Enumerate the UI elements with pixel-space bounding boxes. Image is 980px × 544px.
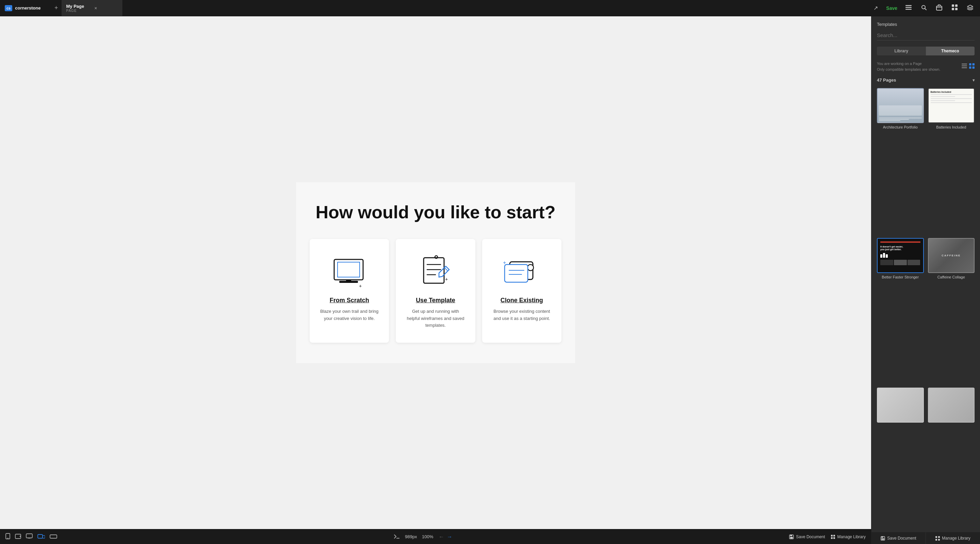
svg-rect-53 (972, 66, 975, 69)
scratch-icon: + (320, 253, 379, 290)
svg-rect-7 (952, 5, 954, 7)
svg-rect-2 (905, 9, 912, 10)
template-arch[interactable]: Architecture Portfolio (877, 88, 924, 234)
nav-arrows: ← → (439, 534, 452, 540)
svg-rect-42 (790, 537, 793, 539)
pages-count: 47 Pages (877, 78, 896, 82)
svg-rect-43 (831, 535, 833, 536)
desktop-icon-button[interactable] (26, 533, 33, 540)
svg-rect-49 (962, 67, 967, 68)
logo-area: cs cornerstone (0, 5, 51, 11)
svg-rect-8 (955, 5, 958, 7)
canvas-size: 989px 100% (405, 534, 433, 539)
layers-icon-button[interactable] (966, 3, 975, 13)
external-link-button[interactable]: ↗ (872, 3, 879, 13)
responsive-icon-button[interactable] (37, 533, 45, 540)
template-bfs[interactable]: It doesn't get easier,you just get bette… (877, 238, 924, 384)
terminal-icon-button[interactable] (394, 534, 399, 539)
svg-rect-57 (935, 536, 937, 538)
clone-existing-card[interactable]: + Clone Existing Browse your existing co… (482, 239, 562, 343)
template-t5[interactable] (877, 388, 924, 530)
svg-rect-51 (972, 63, 975, 66)
svg-text:+: + (359, 283, 362, 288)
svg-rect-58 (938, 536, 940, 538)
info-line1: You are working on a Page (877, 61, 940, 67)
use-template-card[interactable]: + Use Template Get up and running with h… (396, 239, 475, 343)
clone-title: Clone Existing (492, 297, 551, 304)
template-batt[interactable]: Batteries Included Batteries Included (928, 88, 975, 234)
list-view-button[interactable] (962, 63, 967, 70)
top-bar-right: ↗ Save (123, 3, 980, 13)
package-icon-button[interactable] (935, 3, 943, 13)
tab-title: My Page (66, 4, 84, 9)
tab-library[interactable]: Library (877, 47, 926, 56)
search-input[interactable] (877, 30, 975, 40)
sidebar-save-document-button[interactable]: Save Document (872, 533, 926, 544)
svg-point-21 (435, 256, 438, 259)
template-t6[interactable] (928, 388, 975, 530)
svg-rect-32 (7, 538, 8, 539)
template-batt-label: Batteries Included (928, 125, 975, 129)
template-caff[interactable]: CAFFEINE Caffeine Collage (928, 238, 975, 384)
template-title: Use Template (406, 297, 465, 304)
bottom-center: 989px 100% ← → (394, 534, 452, 540)
bottom-right: Save Document Manage Library (789, 534, 865, 539)
top-bar: cs cornerstone + My Page PAGE × ↗ Save (0, 0, 980, 16)
search-icon-button[interactable] (920, 3, 928, 13)
template-bfs-thumb: It doesn't get easier,you just get bette… (877, 238, 924, 273)
sidebar-info: You are working on a Page Only compatibl… (872, 58, 980, 75)
bottom-bar: 989px 100% ← → Save Document Manage Libr… (0, 529, 871, 544)
save-button[interactable]: Save (886, 5, 897, 11)
svg-rect-52 (969, 66, 972, 69)
undo-button[interactable]: ← (439, 534, 444, 540)
manage-library-button[interactable]: Manage Library (830, 534, 865, 539)
template-arch-thumb (877, 88, 924, 123)
grid-view-button[interactable] (969, 63, 975, 70)
tab-themeco[interactable]: Themeco (926, 47, 975, 56)
svg-rect-9 (952, 8, 954, 10)
save-document-button[interactable]: Save Document (789, 534, 825, 539)
page-tab[interactable]: My Page PAGE × (62, 0, 123, 16)
chevron-down-icon: ▾ (972, 78, 975, 82)
clone-icon: + (492, 253, 551, 290)
sidebar-tabs: Library Themeco (877, 47, 975, 56)
svg-rect-48 (962, 65, 967, 66)
template-desc: Get up and running with helpful wirefram… (406, 308, 465, 329)
grid-icon-button[interactable] (950, 3, 959, 13)
templates-grid: Architecture Portfolio Batteries Include… (872, 85, 980, 532)
widescreen-icon-button[interactable] (50, 534, 57, 539)
tablet-icon-button[interactable] (15, 534, 21, 540)
svg-rect-27 (504, 265, 528, 282)
svg-rect-45 (831, 537, 833, 539)
canvas-unit: px (412, 534, 417, 539)
save-document-label: Save Document (796, 534, 825, 539)
svg-rect-12 (337, 262, 360, 277)
template-caff-thumb: CAFFEINE (928, 238, 975, 273)
canvas-width: 989 (405, 534, 412, 539)
canvas-zoom-unit: % (430, 534, 434, 539)
view-toggle (962, 63, 975, 70)
tab-subtitle: PAGE (66, 9, 84, 13)
add-tab-button[interactable]: + (51, 0, 62, 16)
sidebar-manage-library-label: Manage Library (942, 536, 970, 541)
template-batt-thumb: Batteries Included (928, 88, 975, 123)
cards-row: + From Scratch Blaze your own trail and … (310, 239, 562, 343)
sidebar: Templates Library Themeco You are workin… (871, 16, 980, 544)
page-heading: How would you like to start? (310, 203, 562, 222)
redo-button[interactable]: → (447, 534, 452, 540)
canvas-zoom: 100 (422, 534, 430, 539)
template-t5-thumb (877, 388, 924, 423)
svg-rect-46 (833, 537, 835, 539)
svg-point-26 (527, 265, 533, 271)
svg-line-4 (925, 8, 927, 10)
tab-close-button[interactable]: × (94, 5, 97, 11)
mobile-icon-button[interactable] (5, 533, 10, 540)
sidebar-title: Templates (872, 16, 980, 27)
scratch-title: From Scratch (320, 297, 379, 304)
sidebar-manage-library-button[interactable]: Manage Library (926, 533, 980, 544)
top-right-icons (904, 3, 975, 13)
svg-rect-56 (882, 538, 885, 539)
clone-desc: Browse your existing content and use it … (492, 308, 551, 322)
from-scratch-card[interactable]: + From Scratch Blaze your own trail and … (310, 239, 389, 343)
list-icon-button[interactable] (904, 4, 913, 13)
